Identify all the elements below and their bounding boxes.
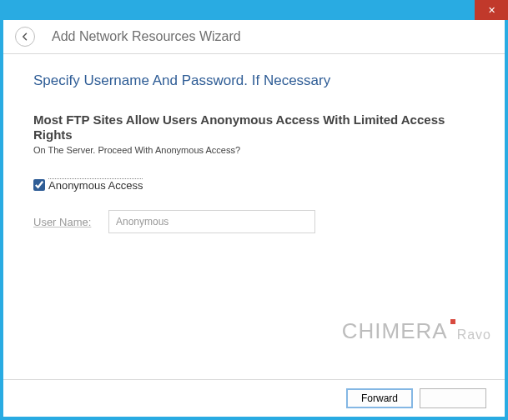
back-button[interactable] xyxy=(15,27,35,47)
main-text: Most FTP Sites Allow Users Anonymous Acc… xyxy=(33,112,475,142)
header: Add Network Resources Wizard xyxy=(3,20,505,54)
watermark-main: CHIMERA xyxy=(342,318,448,344)
anonymous-checkbox-row: Anonymous Access xyxy=(33,178,475,192)
titlebar: ✕ xyxy=(0,0,508,20)
wizard-title: Add Network Resources Wizard xyxy=(52,29,241,44)
watermark: CHIMERA Ravo xyxy=(342,318,491,344)
username-label: User Name: xyxy=(33,216,97,228)
page-title: Specify Username And Password. If Necess… xyxy=(33,72,475,89)
arrow-left-icon xyxy=(20,32,30,42)
watermark-sub: Ravo xyxy=(457,328,491,342)
anonymous-checkbox-label: Anonymous Access xyxy=(48,178,143,192)
close-button[interactable]: ✕ xyxy=(475,0,508,20)
footer: Forward xyxy=(3,379,505,417)
forward-button[interactable]: Forward xyxy=(346,388,413,408)
sub-text: On The Server. Proceed With Anonymous Ac… xyxy=(33,144,475,157)
anonymous-checkbox[interactable] xyxy=(33,179,45,191)
username-input[interactable] xyxy=(108,210,315,233)
next-disabled-button xyxy=(420,388,486,408)
watermark-dot-icon xyxy=(450,319,455,324)
content-area: Specify Username And Password. If Necess… xyxy=(3,54,505,379)
wizard-window: ✕ Add Network Resources Wizard Specify U… xyxy=(0,0,508,420)
close-icon: ✕ xyxy=(488,5,495,16)
username-row: User Name: xyxy=(33,210,475,233)
